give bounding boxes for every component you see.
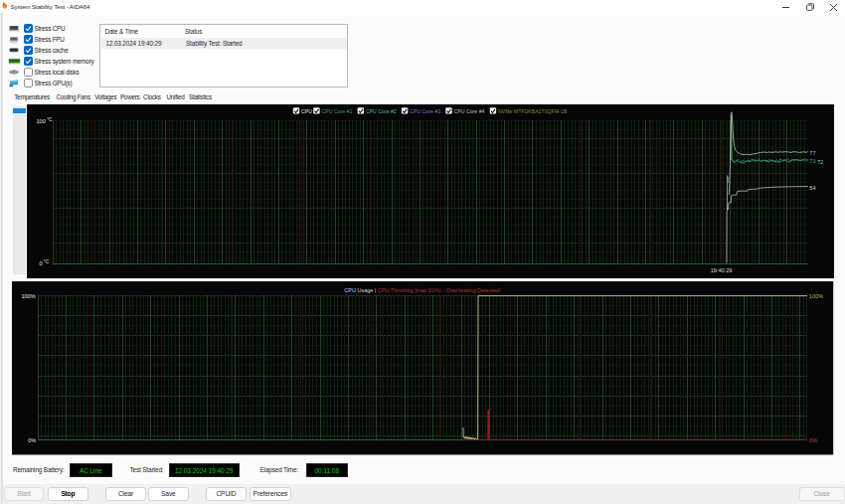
- svg-text:0%: 0%: [809, 438, 817, 444]
- svg-text:CPU Core #4: CPU Core #4: [453, 108, 484, 114]
- svg-text:CPU Usage | CPU Throttling (ma: CPU Usage | CPU Throttling (max 21%) - O…: [345, 287, 502, 293]
- svg-text:77: 77: [809, 150, 815, 156]
- svg-text:CPU Core #2: CPU Core #2: [366, 108, 397, 114]
- svg-text:100%: 100%: [809, 293, 823, 299]
- svg-text:73: 73: [809, 158, 815, 164]
- svg-text:CPU Core #3: CPU Core #3: [410, 108, 440, 114]
- svg-text:0: 0: [39, 260, 42, 266]
- svg-text:CPU Core #1: CPU Core #1: [321, 108, 352, 114]
- svg-text:19:40:29: 19:40:29: [710, 267, 732, 273]
- svg-text:°C: °C: [47, 117, 53, 122]
- svg-text:54: 54: [809, 185, 815, 191]
- svg-text:CPU: CPU: [301, 108, 312, 114]
- svg-text:°C: °C: [44, 259, 50, 264]
- svg-text:0%: 0%: [29, 438, 37, 444]
- svg-text:72: 72: [817, 159, 823, 165]
- svg-text:100: 100: [36, 118, 45, 124]
- svg-text:100%: 100%: [22, 293, 36, 299]
- svg-text:NVMe MTFDKBA1T0QFM-1B: NVMe MTFDKBA1T0QFM-1B: [498, 108, 568, 114]
